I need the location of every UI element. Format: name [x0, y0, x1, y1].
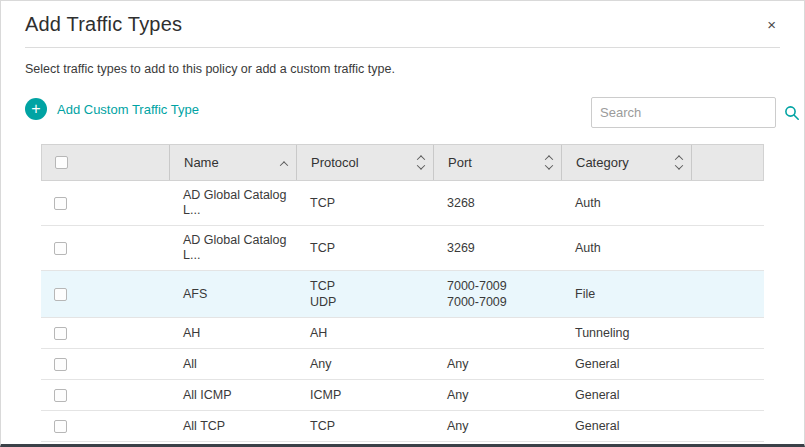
row-name: AH	[169, 319, 296, 348]
row-checkbox[interactable]	[54, 288, 67, 301]
column-label-category: Category	[576, 155, 629, 170]
row-checkbox[interactable]	[54, 197, 67, 210]
row-empty-cell	[691, 419, 764, 433]
row-empty-cell	[691, 388, 764, 402]
row-checkbox-cell	[41, 235, 169, 262]
close-icon[interactable]: ×	[763, 13, 780, 36]
row-checkbox[interactable]	[54, 389, 67, 402]
row-category: Auth	[561, 189, 691, 218]
sort-icon	[676, 155, 682, 170]
table-row[interactable]: All Any Any General	[41, 349, 764, 380]
row-port: AnyAny	[433, 442, 561, 444]
row-category: File	[561, 280, 691, 309]
search-box	[591, 97, 776, 128]
select-all-checkbox[interactable]	[55, 156, 68, 169]
row-category: Tunneling	[561, 319, 691, 348]
traffic-table-body: AD Global Catalog L... TCP 3268 Auth AD …	[41, 181, 764, 444]
dialog-title: Add Traffic Types	[25, 13, 182, 36]
row-port	[433, 326, 561, 340]
dialog-subtitle: Select traffic types to add to this poli…	[25, 62, 395, 76]
header-cell[interactable]: Category	[562, 145, 692, 180]
traffic-types-table: Name Protocol Port Category AD Global Ca…	[41, 144, 764, 444]
row-port: Any	[433, 380, 561, 410]
column-label-name: Name	[184, 155, 219, 170]
row-port: 3268	[433, 188, 561, 218]
row-checkbox[interactable]	[54, 420, 67, 433]
row-protocol: TCP	[296, 188, 433, 218]
sort-icon	[281, 158, 287, 167]
column-label-protocol: Protocol	[311, 155, 359, 170]
header-cell[interactable]: Port	[434, 145, 562, 180]
add-custom-traffic-type-button[interactable]: + Add Custom Traffic Type	[25, 98, 199, 120]
header-cell[interactable]: Protocol	[297, 145, 434, 180]
row-empty-cell	[691, 196, 764, 210]
column-label-port: Port	[448, 155, 472, 170]
row-empty-cell	[691, 326, 764, 340]
row-name: All ICMP	[169, 381, 296, 410]
sort-icon	[546, 155, 552, 170]
row-name: AFS	[169, 280, 296, 309]
row-category: General	[561, 412, 691, 441]
row-checkbox[interactable]	[54, 242, 67, 255]
row-checkbox-cell	[41, 281, 169, 308]
row-empty-cell	[691, 241, 764, 255]
table-row[interactable]: AH AH Tunneling	[41, 318, 764, 349]
row-port: 3269	[433, 233, 561, 263]
row-protocol: TCP	[296, 233, 433, 263]
select-all-cell	[42, 145, 170, 180]
row-checkbox-cell	[41, 190, 169, 217]
header-cell[interactable]: Name	[170, 145, 297, 180]
row-category: General	[561, 381, 691, 410]
table-row[interactable]: All TCP TCP Any General	[41, 411, 764, 442]
dialog-titlebar: Add Traffic Types ×	[25, 1, 780, 48]
row-checkbox[interactable]	[54, 358, 67, 371]
row-protocol: TCPUDP	[296, 442, 433, 444]
table-row[interactable]: AFS TCPUDP 7000-70097000-7009 File	[41, 271, 764, 318]
row-checkbox[interactable]	[54, 327, 67, 340]
search-icon[interactable]	[784, 105, 800, 121]
plus-icon: +	[25, 98, 47, 120]
table-header-row: Name Protocol Port Category	[41, 144, 764, 181]
row-category: General	[561, 350, 691, 379]
row-protocol: AH	[296, 318, 433, 348]
row-category: Auth	[561, 234, 691, 263]
row-port: Any	[433, 411, 561, 441]
row-checkbox-cell	[41, 351, 169, 378]
add-traffic-types-dialog: Add Traffic Types × Select traffic types…	[0, 0, 805, 447]
table-row[interactable]: All TCP and UDP TCPUDP AnyAny General	[41, 442, 764, 444]
row-checkbox-cell	[41, 413, 169, 440]
row-port: 7000-70097000-7009	[433, 271, 561, 317]
row-checkbox-cell	[41, 382, 169, 409]
header-cell-empty	[692, 145, 763, 180]
sort-icon	[418, 155, 424, 170]
row-checkbox-cell	[41, 320, 169, 347]
row-protocol: ICMP	[296, 380, 433, 410]
row-protocol: TCPUDP	[296, 271, 433, 317]
row-port: Any	[433, 349, 561, 379]
add-custom-traffic-type-label: Add Custom Traffic Type	[57, 102, 199, 117]
row-name: AD Global Catalog L...	[169, 181, 296, 225]
table-row[interactable]: AD Global Catalog L... TCP 3268 Auth	[41, 181, 764, 226]
table-row[interactable]: AD Global Catalog L... TCP 3269 Auth	[41, 226, 764, 271]
row-name: All TCP	[169, 412, 296, 441]
row-empty-cell	[691, 357, 764, 371]
row-name: All	[169, 350, 296, 379]
row-protocol: Any	[296, 349, 433, 379]
row-name: AD Global Catalog L...	[169, 226, 296, 270]
table-row[interactable]: All ICMP ICMP Any General	[41, 380, 764, 411]
row-empty-cell	[691, 287, 764, 301]
search-input[interactable]	[592, 105, 784, 120]
row-protocol: TCP	[296, 411, 433, 441]
